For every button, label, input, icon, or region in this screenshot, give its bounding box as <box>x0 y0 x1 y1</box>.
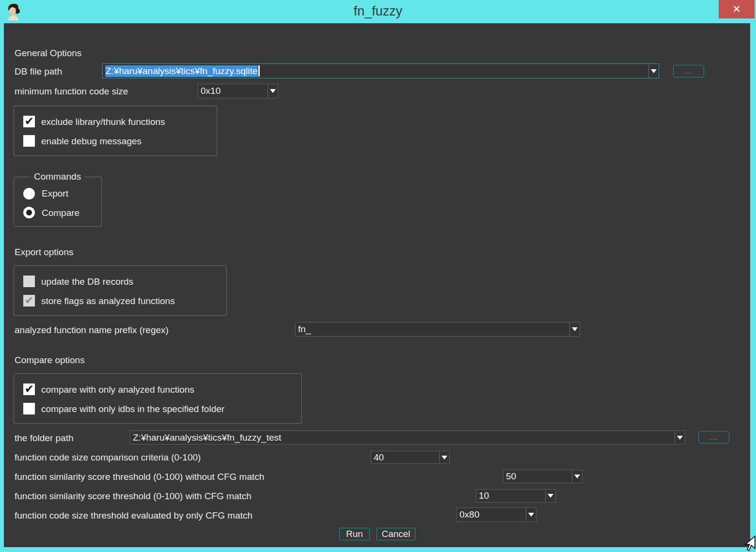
dropdown-arrow-icon <box>651 69 657 73</box>
export-radio-label[interactable]: Export <box>42 188 68 199</box>
enable-debug-label[interactable]: enable debug messages <box>41 136 142 147</box>
dropdown-arrow-icon <box>572 327 578 331</box>
exclude-library-label[interactable]: exclude library/thunk functions <box>41 116 165 128</box>
db-path-dropdown-button[interactable] <box>648 64 659 78</box>
general-options-heading: General Options <box>15 47 81 59</box>
min-code-size-label: minimum function code size <box>15 86 128 97</box>
criteria-value[interactable]: 40 <box>371 451 439 463</box>
folder-path-label: the folder path <box>15 432 73 444</box>
folder-path-combobox[interactable]: Z:¥haru¥analysis¥tics¥fn_fuzzy_test <box>130 430 685 445</box>
commands-group: Commands <box>14 177 102 227</box>
db-file-path-value[interactable]: Z:¥haru¥analysis¥tics¥fn_fuzzy.sqlite <box>103 64 648 78</box>
min-size-dropdown-button[interactable] <box>268 84 278 98</box>
store-flags-label: store flags as analyzed functions <box>41 295 175 307</box>
compare-idbs-checkbox[interactable] <box>23 403 35 414</box>
update-db-checkbox <box>23 276 35 287</box>
dropdown-arrow-icon <box>548 494 553 498</box>
mouse-cursor-icon <box>740 536 756 552</box>
dropdown-arrow-icon <box>270 89 276 93</box>
sim-cfg-dropdown-button[interactable] <box>545 490 555 502</box>
text-caret <box>258 65 260 77</box>
export-options-heading: Export options <box>15 246 73 258</box>
close-button[interactable]: ✕ <box>719 0 755 18</box>
export-checkbox-group <box>14 265 227 316</box>
browse-folder-button[interactable]: ... <box>698 431 729 444</box>
exclude-library-checkbox[interactable] <box>23 116 35 127</box>
dropdown-arrow-icon <box>528 513 534 517</box>
sim-no-cfg-combobox[interactable]: 50 <box>503 470 583 483</box>
sim-no-cfg-value[interactable]: 50 <box>504 470 572 483</box>
compare-radio-label[interactable]: Compare <box>42 207 79 219</box>
prefix-label: analyzed function name prefix (regex) <box>15 324 169 336</box>
size-cfg-value[interactable]: 0x80 <box>457 508 526 521</box>
min-code-size-value[interactable]: 0x10 <box>198 84 268 98</box>
min-code-size-combobox[interactable]: 0x10 <box>198 84 278 98</box>
size-cfg-dropdown-button[interactable] <box>526 508 536 521</box>
folder-dropdown-button[interactable] <box>675 431 685 444</box>
fn-fuzzy-dialog: fn_fuzzy ✕ General Options DB file path … <box>0 0 756 552</box>
size-cfg-combobox[interactable]: 0x80 <box>457 507 536 522</box>
compare-checkbox-group <box>14 373 302 424</box>
sim-no-cfg-label: function similarity score threshold (0-1… <box>15 471 264 483</box>
prefix-dropdown-button[interactable] <box>569 322 580 336</box>
criteria-dropdown-button[interactable] <box>439 451 449 463</box>
general-checkbox-group <box>14 106 217 156</box>
criteria-label: function code size comparison criteria (… <box>15 452 201 463</box>
selected-text: Z:¥haru¥analysis¥tics¥fn_fuzzy.sqlite <box>105 65 258 77</box>
compare-analyzed-checkbox[interactable] <box>23 383 35 395</box>
cancel-button[interactable]: Cancel <box>377 528 415 540</box>
compare-radio[interactable] <box>23 207 35 218</box>
browse-db-button[interactable]: ... <box>673 65 704 77</box>
size-cfg-label: function code size threshold evaluated b… <box>15 510 252 521</box>
compare-analyzed-label[interactable]: compare with only analyzed functions <box>41 384 194 396</box>
update-db-label: update the DB records <box>41 276 133 288</box>
enable-debug-checkbox[interactable] <box>23 135 35 147</box>
close-icon: ✕ <box>732 3 741 15</box>
titlebar[interactable]: fn_fuzzy ✕ <box>0 0 756 23</box>
commands-legend: Commands <box>31 171 84 183</box>
db-file-path-combobox[interactable]: Z:¥haru¥analysis¥tics¥fn_fuzzy.sqlite <box>102 63 659 78</box>
export-radio[interactable] <box>23 188 35 199</box>
db-file-path-label: DB file path <box>15 66 62 77</box>
store-flags-checkbox <box>23 295 35 307</box>
folder-path-value[interactable]: Z:¥haru¥analysis¥tics¥fn_fuzzy_test <box>130 431 675 444</box>
dropdown-arrow-icon <box>574 475 580 478</box>
run-button[interactable]: Run <box>339 528 370 540</box>
prefix-combobox[interactable]: fn_ <box>295 322 580 337</box>
prefix-value[interactable]: fn_ <box>296 322 569 336</box>
compare-options-heading: Compare options <box>15 354 85 366</box>
sim-cfg-label: function similarity score threshold (0-1… <box>15 491 252 502</box>
dropdown-arrow-icon <box>441 456 447 460</box>
sim-cfg-combobox[interactable]: 10 <box>476 489 556 503</box>
criteria-combobox[interactable]: 40 <box>371 451 450 464</box>
compare-idbs-label[interactable]: compare with only idbs in the specified … <box>41 403 224 415</box>
sim-no-cfg-dropdown-button[interactable] <box>572 470 582 483</box>
dropdown-arrow-icon <box>677 436 683 440</box>
window-title: fn_fuzzy <box>0 0 756 23</box>
sim-cfg-value[interactable]: 10 <box>476 490 545 502</box>
